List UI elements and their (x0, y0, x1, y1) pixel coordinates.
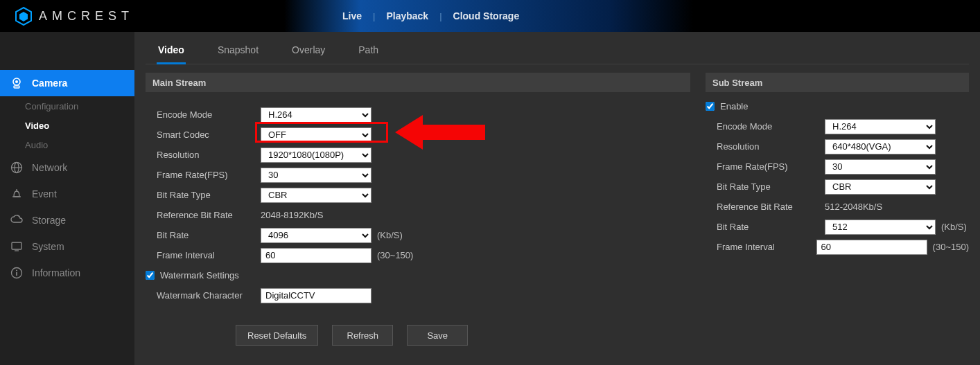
network-icon (10, 161, 24, 175)
value-ref-bitrate: 2048-8192Kb/S (261, 210, 323, 220)
checkbox-sub-enable[interactable] (706, 102, 715, 111)
storage-icon (10, 213, 24, 227)
sidebar: Camera Configuration Video Audio Network… (0, 32, 134, 365)
content-area: Video Snapshot Overlay Path Main Stream … (134, 32, 980, 365)
hex-logo-icon (15, 7, 32, 26)
select-bitrate-type[interactable]: CBR (261, 188, 371, 203)
main-stream-pane: Main Stream Encode Mode H.264 Smart Code… (146, 73, 690, 346)
select-encode-mode[interactable]: H.264 (261, 107, 371, 123)
sidebar-label: Network (32, 162, 67, 173)
suffix-bitrate: (Kb/S) (377, 230, 403, 240)
tab-snapshot[interactable]: Snapshot (218, 44, 259, 55)
svg-marker-1 (19, 12, 28, 21)
sidebar-item-storage[interactable]: Storage (0, 207, 134, 233)
event-icon (10, 187, 24, 201)
sidebar-label: System (32, 241, 64, 252)
svg-rect-10 (12, 242, 21, 249)
select-smart-codec[interactable]: OFF (261, 127, 371, 143)
label-encode-mode: Encode Mode (157, 109, 261, 120)
label-fps: Frame Rate(FPS) (157, 170, 261, 180)
select-bitrate[interactable]: 4096 (261, 228, 371, 243)
label-sub-enable: Enable (720, 101, 748, 112)
input-watermark-char[interactable] (261, 288, 371, 303)
button-row: Reset Defaults Refresh Save (236, 325, 690, 346)
refresh-button[interactable]: Refresh (332, 325, 393, 346)
svg-point-13 (16, 270, 17, 271)
tab-path[interactable]: Path (358, 44, 378, 55)
label-watermark: Watermark Settings (160, 270, 239, 281)
select-sub-resolution[interactable]: 640*480(VGA) (825, 139, 936, 154)
system-icon (10, 240, 24, 253)
label-watermark-char: Watermark Character (157, 290, 261, 301)
tab-video[interactable]: Video (158, 44, 184, 55)
label-sub-encode: Encode Mode (717, 121, 825, 132)
input-sub-finterval[interactable] (816, 240, 927, 255)
suffix-sub-bitrate: (Kb/S) (941, 222, 967, 232)
topnav-playback[interactable]: Playback (375, 10, 439, 21)
brand-logo: AMCREST (15, 7, 134, 26)
select-sub-fps[interactable]: 30 (825, 159, 936, 175)
suffix-sub-finterval: (30~150) (933, 242, 969, 252)
label-bitrate: Bit Rate (157, 230, 261, 240)
sidebar-sub-video[interactable]: Video (0, 116, 134, 135)
sidebar-item-system[interactable]: System (0, 233, 134, 260)
label-bitrate-type: Bit Rate Type (157, 190, 261, 200)
brand-text: AMCREST (39, 9, 134, 24)
input-frame-interval[interactable] (261, 248, 371, 263)
top-nav: Live | Playback | Cloud Storage (331, 10, 530, 21)
sidebar-item-camera[interactable]: Camera (0, 70, 134, 96)
tabs: Video Snapshot Overlay Path (146, 40, 969, 64)
sidebar-label: Storage (32, 215, 66, 226)
info-icon (10, 266, 24, 280)
checkbox-watermark[interactable] (146, 271, 155, 280)
sidebar-label: Camera (32, 78, 67, 89)
sub-stream-header: Sub Stream (706, 73, 969, 92)
camera-icon (10, 76, 24, 90)
sidebar-label: Event (32, 188, 57, 199)
tab-overlay[interactable]: Overlay (292, 44, 325, 55)
label-sub-bitrate: Bit Rate (717, 222, 825, 232)
main-stream-header: Main Stream (146, 73, 690, 92)
select-sub-bitrate[interactable]: 512 (825, 220, 936, 235)
sidebar-sub-configuration[interactable]: Configuration (0, 96, 134, 116)
label-sub-brtype: Bit Rate Type (717, 181, 825, 192)
svg-rect-4 (14, 86, 19, 88)
label-resolution: Resolution (157, 150, 261, 160)
select-sub-brtype[interactable]: CBR (825, 179, 936, 195)
sub-stream-pane: Sub Stream Enable Encode Mode H.264 Reso… (706, 73, 969, 346)
label-smart-codec: Smart Codec (157, 130, 261, 140)
suffix-frame-interval: (30~150) (377, 250, 413, 260)
save-button[interactable]: Save (407, 325, 468, 346)
select-resolution[interactable]: 1920*1080(1080P) (261, 148, 371, 163)
reset-defaults-button[interactable]: Reset Defaults (236, 325, 318, 346)
label-frame-interval: Frame Interval (157, 250, 261, 260)
label-sub-finterval: Frame Interval (717, 242, 816, 252)
select-fps[interactable]: 30 (261, 168, 371, 183)
label-sub-fps: Frame Rate(FPS) (717, 161, 825, 172)
value-sub-refbr: 512-2048Kb/S (825, 202, 882, 212)
sidebar-item-information[interactable]: Information (0, 260, 134, 286)
app-header: AMCREST Live | Playback | Cloud Storage (0, 0, 980, 32)
label-sub-refbr: Reference Bit Rate (717, 202, 825, 212)
label-ref-bitrate: Reference Bit Rate (157, 210, 261, 220)
label-sub-resolution: Resolution (717, 141, 825, 152)
svg-point-3 (15, 80, 18, 83)
sidebar-label: Information (32, 267, 80, 278)
sidebar-item-event[interactable]: Event (0, 181, 134, 207)
topnav-cloud-storage[interactable]: Cloud Storage (442, 10, 531, 21)
sidebar-item-network[interactable]: Network (0, 154, 134, 181)
sidebar-sub-audio[interactable]: Audio (0, 135, 134, 154)
select-sub-encode[interactable]: H.264 (825, 119, 936, 134)
topnav-live[interactable]: Live (331, 10, 373, 21)
